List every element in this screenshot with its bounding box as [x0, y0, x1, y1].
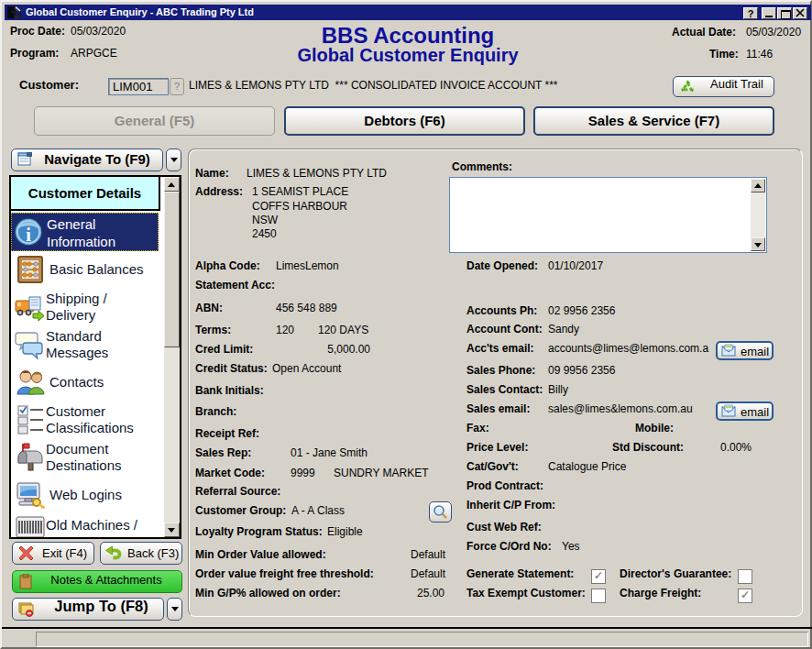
svg-text:i: i [26, 225, 31, 245]
